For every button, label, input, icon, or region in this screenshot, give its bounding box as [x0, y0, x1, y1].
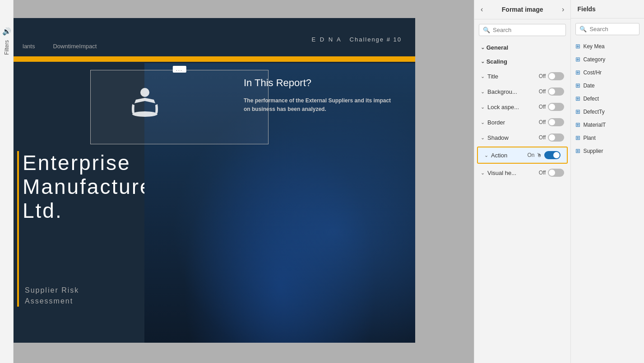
cursor-indicator: 🖱 [537, 152, 542, 158]
filters-label[interactable]: Filters [4, 40, 10, 55]
scaling-label: Scaling [486, 58, 507, 65]
field-row-defect-ty[interactable]: ⊞ DefectTy [571, 105, 644, 118]
table-icon-date: ⊞ [575, 82, 580, 89]
fields-panel-header: Fields [571, 0, 644, 18]
format-items-list: ⌄ General ⌄ Scaling ⌄ Title Off [474, 39, 570, 363]
action-label: Action [491, 152, 507, 159]
visual-toggle-container: Off [539, 169, 565, 177]
format-panel: ‹ Format image › 🔍 ⌄ General ⌄ Scaling [474, 0, 571, 363]
field-row-date[interactable]: ⊞ Date [571, 79, 644, 92]
bg-toggle-label: Off [539, 88, 546, 95]
chevron-border: ⌄ [481, 119, 485, 125]
orange-left-accent [17, 151, 19, 307]
table-icon-plant: ⊞ [575, 134, 580, 141]
more-options-icon[interactable]: ... [172, 66, 186, 73]
lock-label: Lock aspe... [487, 104, 519, 110]
chevron-general: ⌄ [481, 45, 485, 51]
format-row-lock-aspect[interactable]: ⌄ Lock aspe... Off [474, 99, 570, 115]
field-row-cost-hr[interactable]: ⊞ Cost/Hr [571, 66, 644, 79]
format-row-action[interactable]: ⌄ Action On 🖱 [477, 147, 568, 164]
field-row-material-t[interactable]: ⊞ MaterialT [571, 118, 644, 131]
border-toggle-container: Off [539, 118, 565, 126]
nav-tabs: lants DowntimeImpact [14, 43, 97, 50]
subtitle: Supplier RiskAssessment [25, 285, 79, 307]
section-general[interactable]: ⌄ General [474, 41, 570, 55]
lock-toggle[interactable] [548, 103, 564, 111]
section-scaling[interactable]: ⌄ Scaling [474, 55, 570, 69]
field-row-defect[interactable]: ⊞ Defect [571, 92, 644, 105]
format-row-visual-he[interactable]: ⌄ Visual he... Off [474, 165, 570, 180]
canvas-area: E D N A Challenge # 10 lants DowntimeImp… [14, 0, 474, 363]
field-row-plant[interactable]: ⊞ Plant [571, 131, 644, 144]
fields-panel: Fields 🔍 ⊞ Key Mea ⊞ Category ⊞ Cost/Hr … [571, 0, 644, 363]
table-icon-supplier: ⊞ [575, 147, 580, 154]
shadow-toggle-container: Off [539, 133, 565, 142]
field-row-category[interactable]: ⊞ Category [571, 53, 644, 66]
format-row-shadow-left: ⌄ Shadow [481, 134, 509, 141]
person-hand-icon [125, 86, 165, 127]
bg-toggle-container: Off [539, 87, 565, 96]
left-sidebar: 🔊 Filters [0, 0, 14, 363]
visual-toggle[interactable] [548, 169, 564, 177]
table-icon-cost-hr: ⊞ [575, 69, 580, 76]
format-panel-title: Format image [502, 6, 543, 13]
fields-items-list: ⊞ Key Mea ⊞ Category ⊞ Cost/Hr ⊞ Date ⊞ … [571, 38, 644, 363]
format-row-background[interactable]: ⌄ Backgrou... Off [474, 84, 570, 99]
action-toggle[interactable] [544, 151, 561, 159]
format-search-input[interactable] [493, 27, 562, 33]
lock-toggle-container: Off [539, 103, 565, 111]
visual-toggle-label: Off [539, 170, 546, 176]
table-icon-defect: ⊞ [575, 95, 580, 102]
format-row-border[interactable]: ⌄ Border Off [474, 115, 570, 130]
chevron-scaling: ⌄ [481, 59, 485, 64]
fields-search-input[interactable] [589, 26, 635, 32]
action-toggle-label: On [527, 152, 534, 158]
fields-search-icon: 🔍 [579, 26, 587, 32]
edna-text: E D N A [311, 36, 342, 43]
format-search-bar[interactable]: 🔍 [479, 24, 566, 36]
format-row-bg-left: ⌄ Backgrou... [481, 88, 517, 95]
challenge-text: Challenge # 10 [350, 36, 402, 43]
orange-bar [14, 56, 415, 62]
table-icon-material-t: ⊞ [575, 121, 580, 128]
nav-tab-downtime[interactable]: DowntimeImpact [53, 43, 97, 50]
field-label-date: Date [583, 83, 594, 89]
shadow-label: Shadow [487, 134, 509, 141]
format-row-action-left: ⌄ Action [484, 152, 507, 159]
field-label-category: Category [583, 56, 605, 63]
action-toggle-container: On 🖱 [527, 151, 561, 159]
svg-point-0 [140, 88, 149, 97]
format-row-title[interactable]: ⌄ Title Off [474, 69, 570, 84]
border-label: Border [487, 119, 505, 126]
chevron-shadow: ⌄ [481, 135, 485, 141]
visual-label: Visual he... [487, 170, 516, 176]
field-label-defect: Defect [583, 96, 599, 102]
forward-arrow[interactable]: › [562, 5, 564, 14]
fields-search-bar[interactable]: 🔍 [575, 23, 639, 35]
chevron-visual: ⌄ [481, 170, 485, 176]
bg-toggle[interactable] [548, 87, 564, 96]
field-row-key-mea[interactable]: ⊞ Key Mea [571, 40, 644, 53]
lock-toggle-label: Off [539, 104, 546, 110]
border-toggle-label: Off [539, 119, 546, 125]
shadow-toggle[interactable] [548, 133, 564, 142]
field-label-material-t: MaterialT [583, 122, 606, 128]
format-row-shadow[interactable]: ⌄ Shadow Off [474, 130, 570, 145]
format-panel-header: ‹ Format image › [474, 0, 570, 19]
field-label-key-mea: Key Mea [583, 43, 604, 50]
back-arrow[interactable]: ‹ [481, 5, 483, 14]
field-label-cost-hr: Cost/Hr [583, 69, 602, 76]
shadow-toggle-label: Off [539, 134, 546, 141]
nav-tab-plants[interactable]: lants [23, 43, 35, 50]
border-toggle[interactable] [548, 118, 564, 126]
format-row-border-left: ⌄ Border [481, 119, 505, 126]
format-row-visual-left: ⌄ Visual he... [481, 170, 516, 176]
title-toggle[interactable] [548, 72, 564, 80]
field-row-supplier[interactable]: ⊞ Supplier [571, 144, 644, 157]
title-toggle-label: Off [539, 73, 546, 79]
selected-image-box[interactable]: ... [90, 70, 269, 144]
fields-title: Fields [577, 5, 595, 13]
bg-label: Backgrou... [487, 88, 517, 95]
speaker-icon[interactable]: 🔊 [2, 27, 11, 36]
format-row-title-left: ⌄ Title [481, 73, 498, 80]
